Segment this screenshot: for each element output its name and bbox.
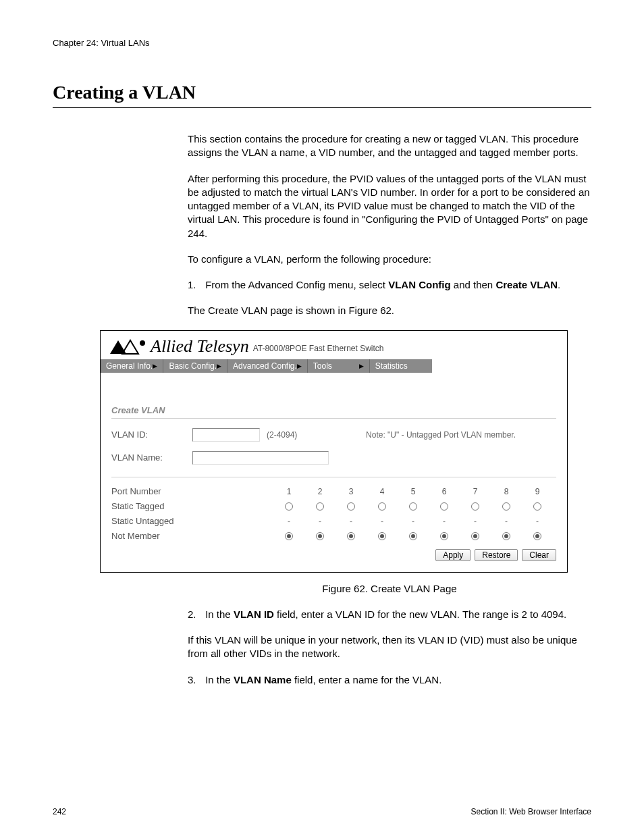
paragraph: To configure a VLAN, perform the followi… — [188, 253, 591, 266]
radio-notmember[interactable] — [502, 532, 510, 540]
chevron-right-icon: ▶ — [153, 363, 157, 369]
figure-caption: Figure 62. Create VLAN Page — [188, 582, 591, 596]
port-header-row: Port Number 1 2 3 4 5 6 7 8 9 — [111, 484, 556, 499]
radio-notmember[interactable] — [440, 532, 448, 540]
vlan-name-input[interactable] — [192, 451, 329, 465]
paragraph: This section contains the procedure for … — [188, 132, 591, 160]
page-title: Creating a VLAN — [53, 82, 591, 108]
radio-notmember[interactable] — [347, 532, 355, 540]
text: In the — [205, 674, 234, 685]
dash-cell: - — [429, 517, 460, 526]
bold-text: VLAN Config — [388, 279, 450, 290]
brand-subtitle: AT-8000/8POE Fast Ethernet Switch — [253, 344, 384, 355]
step-1-follow: The Create VLAN page is shown in Figure … — [188, 304, 591, 317]
chevron-right-icon: ▶ — [217, 363, 221, 369]
vlan-name-label: VLAN Name: — [111, 452, 186, 463]
port-col: 5 — [398, 487, 429, 496]
menu-bar: General Info.▶ Basic Config.▶ Advanced C… — [101, 359, 567, 373]
section-label: Section II: Web Browser Interface — [471, 807, 591, 816]
paragraph: After performing this procedure, the PVI… — [188, 172, 591, 240]
brand-logo-icon — [109, 339, 146, 355]
dash-cell: - — [367, 517, 398, 526]
radio-tagged[interactable] — [533, 502, 541, 511]
bold-text: VLAN ID — [234, 608, 274, 620]
radio-tagged[interactable] — [347, 502, 355, 511]
screenshot-content: Create VLAN VLAN ID: (2-4094) Note: "U" … — [101, 373, 567, 572]
radio-tagged[interactable] — [285, 502, 293, 511]
vlan-id-label: VLAN ID: — [111, 429, 186, 440]
radio-tagged[interactable] — [471, 502, 479, 511]
menu-general-info[interactable]: General Info.▶ — [101, 359, 163, 373]
port-col: 8 — [491, 487, 522, 496]
radio-notmember[interactable] — [316, 532, 324, 540]
dash-cell: - — [273, 517, 304, 526]
radio-tagged[interactable] — [316, 502, 324, 511]
restore-button[interactable]: Restore — [475, 549, 518, 561]
radio-tagged[interactable] — [409, 502, 417, 511]
port-col: 7 — [460, 487, 491, 496]
row-label: Not Member — [111, 531, 273, 541]
port-table: Port Number 1 2 3 4 5 6 7 8 9 Static Tag… — [111, 477, 556, 561]
radio-tagged[interactable] — [440, 502, 448, 511]
button-row: Apply Restore Clear — [111, 549, 556, 561]
dash-cell: - — [398, 517, 429, 526]
vlan-name-row: VLAN Name: — [111, 451, 556, 465]
radio-notmember[interactable] — [378, 532, 386, 540]
step-1: 1. From the Advanced Config menu, select… — [188, 278, 591, 292]
untagged-note: Note: "U" - Untagged Port VLAN member. — [366, 430, 556, 440]
dash-cell: - — [522, 517, 553, 526]
menu-tools[interactable]: Tools▶ — [308, 359, 370, 373]
step-number: 1. — [188, 278, 203, 292]
row-label: Static Tagged — [111, 501, 273, 511]
port-number-label: Port Number — [111, 486, 273, 496]
port-col: 3 — [336, 487, 367, 496]
bold-text: Create VLAN — [495, 279, 558, 290]
dash-cell: - — [460, 517, 491, 526]
text: From the Advanced Config menu, select — [205, 279, 388, 290]
radio-notmember[interactable] — [285, 532, 293, 540]
step-2: 2. In the VLAN ID field, enter a VLAN ID… — [188, 608, 591, 621]
screenshot-box: Allied Telesyn AT-8000/8POE Fast Etherne… — [100, 330, 568, 573]
menu-basic-config[interactable]: Basic Config.▶ — [163, 359, 227, 373]
text: and then — [451, 279, 496, 290]
svg-point-2 — [140, 340, 145, 346]
vlan-id-input[interactable] — [192, 428, 260, 442]
vlan-id-range: (2-4094) — [267, 430, 297, 440]
not-member-row: Not Member — [111, 529, 556, 544]
page-number: 242 — [53, 807, 66, 816]
menu-advanced-config[interactable]: Advanced Config.▶ — [227, 359, 308, 373]
port-col: 6 — [429, 487, 460, 496]
brand-name: Allied Telesyn — [151, 338, 249, 355]
text: In the — [205, 608, 234, 620]
page: Chapter 24: Virtual LANs Creating a VLAN… — [0, 0, 644, 834]
chevron-right-icon: ▶ — [359, 363, 364, 369]
port-col: 2 — [304, 487, 336, 496]
chevron-right-icon: ▶ — [297, 363, 302, 369]
dash-cell: - — [491, 517, 522, 526]
radio-tagged[interactable] — [502, 502, 510, 511]
port-col: 4 — [367, 487, 398, 496]
page-footer: 242 Section II: Web Browser Interface — [53, 807, 591, 816]
step-3: 3. In the VLAN Name field, enter a name … — [188, 673, 591, 687]
radio-notmember[interactable] — [471, 532, 479, 540]
radio-notmember[interactable] — [409, 532, 417, 540]
radio-notmember[interactable] — [533, 532, 541, 540]
bold-text: VLAN Name — [234, 674, 292, 685]
step-2-follow: If this VLAN will be unique in your netw… — [188, 633, 591, 661]
clear-button[interactable]: Clear — [522, 549, 556, 561]
step-number: 3. — [188, 673, 203, 687]
static-tagged-row: Static Tagged — [111, 499, 556, 514]
radio-tagged[interactable] — [378, 502, 386, 511]
dash-cell: - — [304, 517, 336, 526]
step-number: 2. — [188, 608, 203, 621]
menu-statistics[interactable]: Statistics — [370, 359, 432, 373]
static-untagged-row: Static Untagged - - - - - - - - - — [111, 514, 556, 529]
body-column-2: Figure 62. Create VLAN Page 2. In the VL… — [188, 582, 591, 687]
apply-button[interactable]: Apply — [435, 549, 471, 561]
port-col: 1 — [273, 487, 304, 496]
panel-title: Create VLAN — [111, 405, 556, 419]
chapter-header: Chapter 24: Virtual LANs — [53, 38, 591, 48]
screenshot-header: Allied Telesyn AT-8000/8POE Fast Etherne… — [101, 331, 567, 355]
text: field, enter a VLAN ID for the new VLAN.… — [274, 608, 566, 620]
text: . — [558, 279, 560, 290]
